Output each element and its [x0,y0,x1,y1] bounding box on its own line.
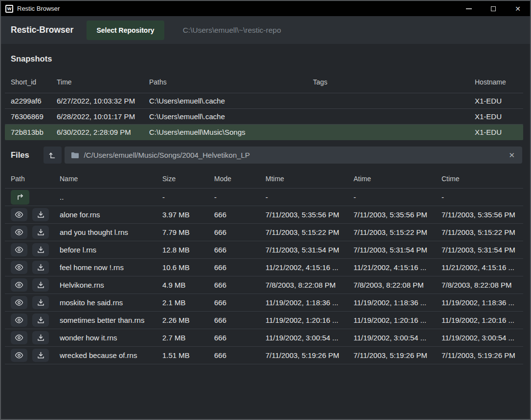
snapshot-time: 6/28/2022, 10:01:17 PM [57,112,149,121]
files-section-title: Files [11,150,29,160]
file-mtime: 11/21/2002, 4:15:16 ... [266,263,354,272]
go-to-root-button[interactable] [44,147,62,164]
download-file-button[interactable] [32,314,49,327]
preview-file-button[interactable] [11,243,27,256]
file-name: and you thought l.rns [60,228,162,236]
preview-file-button[interactable] [11,331,27,344]
preview-file-button[interactable] [11,226,27,239]
col-path: Path [11,175,60,183]
file-mtime: - [266,193,354,201]
preview-file-button[interactable] [11,208,27,221]
file-mode: 666 [214,316,266,324]
preview-file-button[interactable] [11,296,27,309]
file-ctime: 11/19/2002, 1:20:16 ... [442,316,517,324]
file-name: .. [60,193,162,201]
download-icon [37,334,44,341]
col-time: Time [57,78,149,86]
corner-up-right-arrow-icon [16,193,24,201]
file-mtime: 7/11/2003, 5:35:56 PM [266,210,354,219]
snapshot-row[interactable]: 76306869 6/28/2022, 10:01:17 PM C:\Users… [5,109,523,125]
snapshot-short-id: a2299af6 [11,97,57,105]
snapshot-paths: C:\Users\emuell\.cache [149,97,313,105]
files-bar: Files /C/Users/emuell/Music/Songs/2004_H… [1,140,530,169]
select-repository-button[interactable]: Select Repository [87,21,164,40]
col-name: Name [60,175,162,183]
file-size: 2.1 MB [162,298,214,307]
preview-file-button[interactable] [11,349,27,362]
eye-icon [15,282,23,288]
clear-path-button[interactable]: ✕ [508,151,516,160]
download-file-button[interactable] [32,226,49,239]
snapshot-hostname: X1-EDU [475,112,517,121]
file-ctime: 11/21/2002, 4:15:16 ... [442,263,517,272]
eye-icon [15,229,23,235]
file-size: 2.7 MB [162,334,214,342]
file-ctime: 7/11/2003, 5:35:56 PM [442,210,517,219]
maximize-icon [491,6,496,11]
titlebar: W Restic Browser ✕ [1,1,530,16]
preview-file-button[interactable] [11,261,27,274]
download-file-button[interactable] [32,278,49,292]
file-row: alone for.rns 3.97 MB 666 7/11/2003, 5:3… [5,206,523,224]
col-ctime: Ctime [442,175,517,183]
file-mtime: 7/8/2003, 8:22:08 PM [266,281,354,289]
file-row: feel home now !.rns 10.6 MB 666 11/21/20… [5,259,523,276]
file-mtime: 7/11/2003, 5:31:54 PM [266,246,354,254]
snapshots-section-title: Snapshots [1,44,530,71]
file-atime: 7/11/2003, 5:35:56 PM [354,210,442,219]
window-title: Restic Browser [17,5,60,12]
file-row: and you thought l.rns 7.79 MB 666 7/11/2… [5,224,523,241]
snapshot-hostname: X1-EDU [475,128,517,136]
file-size: 1.51 MB [162,351,214,359]
file-row: wrecked because of.rns 1.51 MB 666 7/11/… [5,347,523,364]
eye-icon [15,264,23,271]
col-atime: Atime [354,175,442,183]
download-icon [37,352,44,359]
go-up-button[interactable] [11,190,29,205]
file-size: 10.6 MB [162,263,214,272]
file-ctime: 7/11/2003, 5:31:54 PM [442,246,517,254]
maximize-button[interactable] [481,1,506,16]
file-name: alone for.rns [60,210,162,219]
download-file-button[interactable] [32,261,49,274]
file-mode: 666 [214,334,266,342]
file-name: wrecked because of.rns [60,351,162,359]
snapshot-time: 6/27/2022, 10:03:32 PM [57,97,149,105]
file-mode: 666 [214,298,266,307]
minimize-button[interactable] [457,1,481,16]
eye-icon [15,211,23,218]
file-atime: 11/19/2002, 1:20:16 ... [354,316,442,324]
download-icon [37,316,44,324]
eye-icon [15,317,23,323]
file-atime: 7/8/2003, 8:22:08 PM [354,281,442,289]
snapshot-row[interactable]: a2299af6 6/27/2022, 10:03:32 PM C:\Users… [5,93,523,109]
current-path-input[interactable]: /C/Users/emuell/Music/Songs/2004_Helveti… [65,147,522,164]
download-file-button[interactable] [32,331,49,344]
download-file-button[interactable] [32,349,49,362]
file-mode: 666 [214,210,266,219]
download-file-button[interactable] [32,243,49,256]
current-path-value: /C/Users/emuell/Music/Songs/2004_Helveti… [84,151,250,159]
app-window: W Restic Browser ✕ Restic-Browser Select… [0,0,531,420]
file-name: feel home now !.rns [60,263,162,272]
file-size: - [162,193,214,201]
download-file-button[interactable] [32,296,49,309]
file-row: Helvikone.rns 4.9 MB 666 7/8/2003, 8:22:… [5,276,523,294]
file-atime: 7/11/2003, 5:31:54 PM [354,246,442,254]
parent-directory-row: .. - - - - - [5,189,523,206]
preview-file-button[interactable] [11,278,27,292]
file-mtime: 11/19/2002, 3:00:54 ... [266,334,354,342]
file-ctime: 11/19/2002, 1:18:36 ... [442,298,517,307]
snapshot-row[interactable]: 72b813bb 6/30/2022, 2:28:09 PM C:\Users\… [5,125,523,140]
preview-file-button[interactable] [11,314,27,327]
file-atime: 7/11/2003, 5:19:26 PM [354,351,442,359]
download-file-button[interactable] [32,208,49,221]
close-button[interactable]: ✕ [506,1,530,16]
file-ctime: 7/11/2003, 5:19:26 PM [442,351,517,359]
file-mode: 666 [214,246,266,254]
file-mode: 666 [214,281,266,289]
arrow-up-from-line-icon [48,151,56,159]
app-header: Restic-Browser Select Repository C:\User… [1,16,530,44]
file-mode: - [214,193,266,201]
file-size: 3.97 MB [162,210,214,219]
